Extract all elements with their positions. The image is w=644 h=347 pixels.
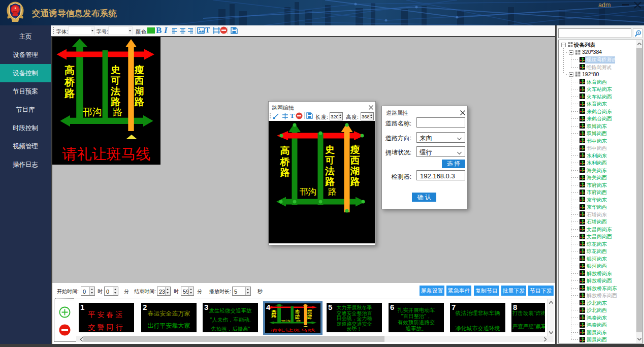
- svg-text:高: 高: [271, 310, 277, 312]
- svg-text:路: 路: [110, 97, 121, 107]
- svg-text:请礼让斑马线: 请礼让斑马线: [62, 146, 151, 162]
- svg-text:高: 高: [65, 65, 75, 76]
- svg-text:$: $: [638, 31, 640, 35]
- svg-text:西: 西: [350, 155, 360, 166]
- svg-text:瘦: 瘦: [306, 309, 312, 312]
- svg-text:瘦: 瘦: [350, 144, 360, 155]
- svg-text:史: 史: [111, 65, 120, 75]
- svg-text:法: 法: [110, 86, 120, 97]
- svg-text:路: 路: [296, 320, 301, 322]
- svg-text:桥: 桥: [280, 156, 291, 167]
- svg-text:法: 法: [295, 314, 301, 317]
- svg-text:法: 法: [325, 166, 335, 176]
- svg-text:可: 可: [325, 155, 335, 166]
- svg-text:路: 路: [64, 88, 75, 99]
- svg-text:瘦: 瘦: [134, 65, 144, 75]
- svg-text:高: 高: [280, 145, 290, 156]
- svg-text:路: 路: [350, 176, 361, 187]
- svg-text:西: 西: [307, 312, 312, 314]
- svg-text:请礼让斑马线: 请礼让斑马线: [270, 329, 316, 332]
- svg-text:路: 路: [134, 97, 145, 107]
- svg-text:邗沟: 邗沟: [83, 107, 102, 117]
- svg-text:湖: 湖: [350, 166, 360, 176]
- svg-text:史: 史: [295, 309, 301, 312]
- svg-text:可: 可: [295, 312, 301, 314]
- svg-text:路: 路: [328, 187, 337, 197]
- svg-text:邗沟: 邗沟: [280, 320, 290, 322]
- svg-text:路: 路: [325, 176, 335, 187]
- svg-text:湖: 湖: [134, 86, 144, 97]
- svg-text:西: 西: [134, 75, 144, 86]
- svg-text:路: 路: [306, 317, 312, 320]
- svg-text:史: 史: [325, 144, 335, 155]
- svg-text:路: 路: [280, 167, 291, 178]
- svg-text:可: 可: [110, 75, 120, 86]
- svg-text:邗沟: 邗沟: [300, 187, 317, 197]
- svg-text:桥: 桥: [64, 76, 75, 87]
- svg-text:桥: 桥: [271, 312, 277, 315]
- svg-text:湖: 湖: [306, 314, 312, 317]
- svg-text:路: 路: [271, 315, 277, 318]
- svg-text:路: 路: [113, 107, 122, 117]
